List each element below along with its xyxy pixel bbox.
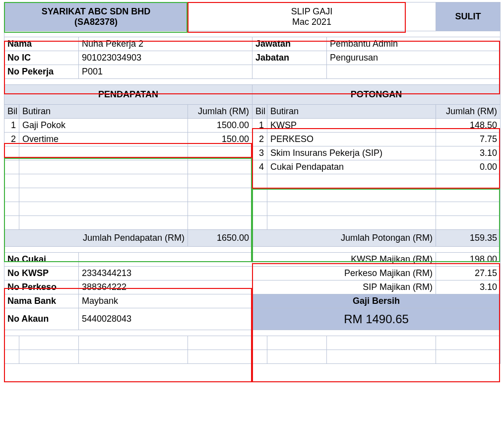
confidential-cell: SULIT: [436, 2, 501, 31]
d-but-4: Cukai Pendapatan: [267, 160, 436, 174]
p-but-1: Gaji Pokok: [19, 119, 188, 133]
p-bil-1: 1: [4, 119, 19, 133]
value-perkeso-majikan: 27.15: [436, 267, 501, 281]
d-but-3: Skim Insurans Pekerja (SIP): [267, 146, 436, 160]
col-butiran-l: Butiran: [19, 105, 188, 119]
label-no-pekerja: No Pekerja: [4, 65, 79, 79]
d-bil-1: 1: [252, 119, 267, 133]
col-jumlah-l: Jumlah (RM): [188, 105, 252, 119]
p-bil-2: 2: [4, 133, 19, 146]
payslip-sheet: SYARIKAT ABC SDN BHD (SA82378) SLIP GAJI…: [0, 0, 504, 422]
d-jum-1: 148.50: [436, 119, 501, 133]
label-no-ic: No IC: [4, 51, 79, 65]
value-no-perkeso: 388364222: [79, 281, 252, 294]
col-bil-l: Bil: [4, 105, 19, 119]
header-pendapatan: PENDAPATAN: [4, 85, 252, 105]
payslip-table: SYARIKAT ABC SDN BHD (SA82378) SLIP GAJI…: [4, 2, 501, 364]
d-but-1: KWSP: [267, 119, 436, 133]
p-jum-2: 150.00: [188, 133, 252, 146]
company-name: SYARIKAT ABC SDN BHD: [7, 6, 185, 17]
col-bil-r: Bil: [252, 105, 267, 119]
header-potongan: POTONGAN: [252, 85, 501, 105]
value-no-akaun: 5440028043: [79, 308, 252, 330]
d-bil-4: 4: [252, 160, 267, 174]
col-jumlah-r: Jumlah (RM): [436, 105, 501, 119]
d-bil-2: 2: [252, 133, 267, 146]
total-potongan-label: Jumlah Potongan (RM): [252, 230, 436, 247]
value-no-cukai: [79, 253, 252, 267]
total-potongan: 159.35: [436, 230, 501, 247]
company-reg: (SA82378): [7, 17, 185, 27]
label-no-akaun: No Akaun: [4, 308, 79, 330]
value-kwsp-majikan: 198.00: [436, 253, 501, 267]
value-sip-majikan: 3.10: [436, 281, 501, 294]
total-pendapatan: 1650.00: [188, 230, 252, 247]
p-but-2: Overtime: [19, 133, 188, 146]
label-no-cukai: No Cukai: [4, 253, 79, 267]
slip-period: Mac 2021: [191, 17, 433, 27]
label-perkeso-majikan: Perkeso Majikan (RM): [252, 267, 436, 281]
d-but-2: PERKESO: [267, 133, 436, 146]
d-jum-2: 7.75: [436, 133, 501, 146]
label-nama-bank: Nama Bank: [4, 294, 79, 308]
label-no-kwsp: No KWSP: [4, 267, 79, 281]
label-nama: Nama: [4, 37, 79, 51]
value-no-ic: 901023034903: [79, 51, 252, 65]
value-jawatan: Pembantu Admin: [327, 37, 501, 51]
label-kwsp-majikan: KWSP Majikan (RM): [252, 253, 436, 267]
value-nama-bank: Maybank: [79, 294, 252, 308]
d-jum-3: 3.10: [436, 146, 501, 160]
slip-title-cell: SLIP GAJI Mac 2021: [188, 2, 436, 31]
p-jum-1: 1500.00: [188, 119, 252, 133]
label-jawatan: Jawatan: [252, 37, 327, 51]
net-label: Gaji Bersih: [252, 294, 501, 308]
value-no-kwsp: 2334344213: [79, 267, 252, 281]
value-jabatan: Pengurusan: [327, 51, 501, 65]
col-butiran-r: Butiran: [267, 105, 436, 119]
total-pendapatan-label: Jumlah Pendapatan (RM): [4, 230, 188, 247]
label-jabatan: Jabatan: [252, 51, 327, 65]
label-no-perkeso: No Perkeso: [4, 281, 79, 294]
company-name-cell: SYARIKAT ABC SDN BHD (SA82378): [4, 2, 188, 31]
value-no-pekerja: P001: [79, 65, 252, 79]
label-sip-majikan: SIP Majikan (RM): [252, 281, 436, 294]
d-jum-4: 0.00: [436, 160, 501, 174]
value-nama: Nuha Pekerja 2: [79, 37, 252, 51]
slip-title: SLIP GAJI: [191, 6, 433, 17]
d-bil-3: 3: [252, 146, 267, 160]
net-amount: RM 1490.65: [252, 308, 501, 330]
